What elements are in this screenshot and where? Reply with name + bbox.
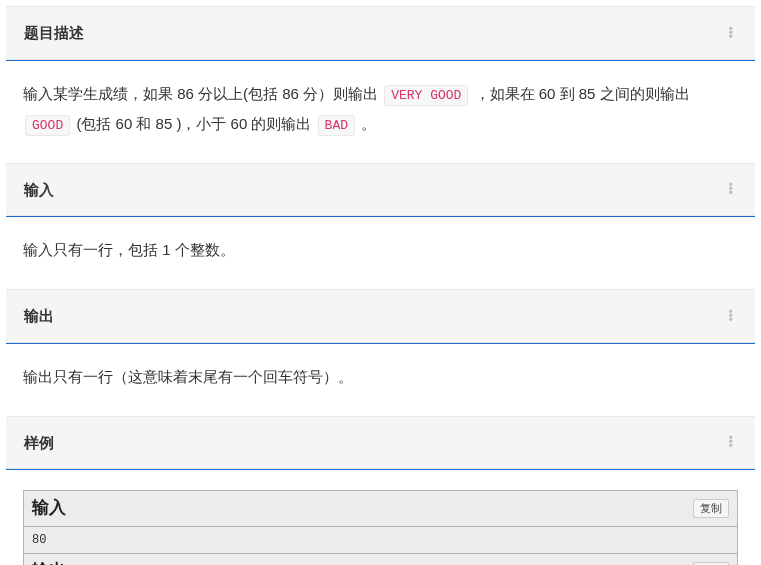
desc-text-3: 。 xyxy=(357,115,376,132)
sample-input-label: 输入 xyxy=(32,494,66,523)
sample-output-header: 输出 复制 xyxy=(24,553,737,565)
section-header-description: 题目描述 ••• xyxy=(6,6,755,60)
kebab-menu-icon[interactable]: ••• xyxy=(724,27,737,39)
title-output: 输出 xyxy=(24,303,54,329)
code-bad: BAD xyxy=(318,115,355,136)
section-description: 题目描述 ••• 输入某学生成绩，如果 86 分以上(包括 86 分）则输出 V… xyxy=(6,6,755,157)
section-header-output: 输出 ••• xyxy=(6,289,755,343)
output-text: 输出只有一行（这意味着末尾有一个回车符号）。 xyxy=(23,362,738,392)
description-paragraph: 输入某学生成绩，如果 86 分以上(包括 86 分）则输出 VERY GOOD … xyxy=(23,79,738,139)
desc-text-2: (包括 60 和 85 )，小于 60 的则输出 xyxy=(72,115,315,132)
section-input: 输入 ••• 输入只有一行，包括 1 个整数。 xyxy=(6,163,755,284)
desc-text-0: 输入某学生成绩，如果 86 分以上(包括 86 分）则输出 xyxy=(23,85,382,102)
code-very-good: VERY GOOD xyxy=(384,85,468,106)
body-output: 输出只有一行（这意味着末尾有一个回车符号）。 xyxy=(6,344,755,410)
sample-input-data: 80 xyxy=(24,527,737,553)
desc-text-1: ，如果在 60 到 85 之间的则输出 xyxy=(470,85,689,102)
sample-output-label: 输出 xyxy=(32,557,66,565)
kebab-menu-icon[interactable]: ••• xyxy=(724,436,737,448)
sample-input-header: 输入 复制 xyxy=(24,491,737,527)
section-header-sample: 样例 ••• xyxy=(6,416,755,470)
kebab-menu-icon[interactable]: ••• xyxy=(724,310,737,322)
code-good: GOOD xyxy=(25,115,70,136)
body-description: 输入某学生成绩，如果 86 分以上(包括 86 分）则输出 VERY GOOD … xyxy=(6,61,755,157)
sample-box: 输入 复制 80 输出 复制 GOOD xyxy=(23,490,738,565)
input-text: 输入只有一行，包括 1 个整数。 xyxy=(23,235,738,265)
section-output: 输出 ••• 输出只有一行（这意味着末尾有一个回车符号）。 xyxy=(6,289,755,410)
copy-button-input[interactable]: 复制 xyxy=(693,499,729,518)
title-sample: 样例 xyxy=(24,430,54,456)
section-sample: 样例 ••• 输入 复制 80 输出 复制 GOOD xyxy=(6,416,755,566)
title-description: 题目描述 xyxy=(24,20,84,46)
title-input: 输入 xyxy=(24,177,54,203)
body-input: 输入只有一行，包括 1 个整数。 xyxy=(6,217,755,283)
kebab-menu-icon[interactable]: ••• xyxy=(724,183,737,195)
body-sample: 输入 复制 80 输出 复制 GOOD xyxy=(6,470,755,565)
section-header-input: 输入 ••• xyxy=(6,163,755,217)
